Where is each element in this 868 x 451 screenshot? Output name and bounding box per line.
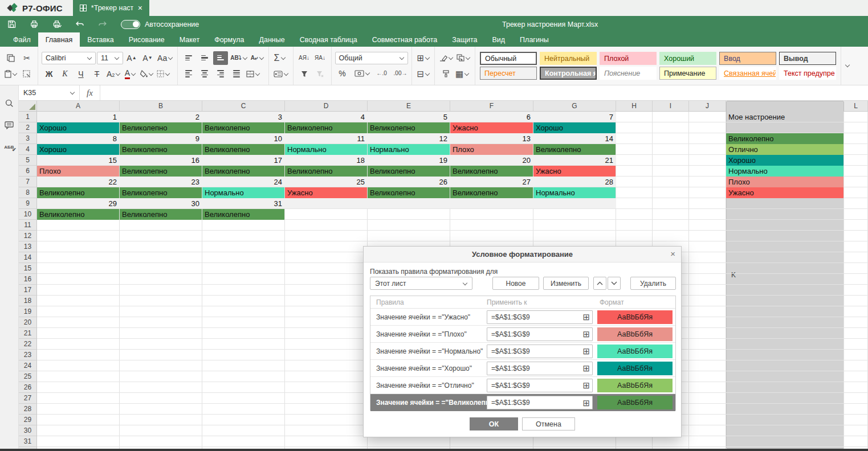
cell-B2[interactable]: Великолепно — [120, 122, 202, 133]
select-range-icon[interactable]: ⊞ — [582, 364, 590, 372]
cell-D6[interactable]: Великолепно — [285, 166, 367, 177]
cell-C10[interactable]: Великолепно — [202, 209, 284, 220]
bold-button[interactable]: Ж — [42, 67, 56, 81]
menu-tab-Формула[interactable]: Формула — [207, 32, 251, 47]
cut-button[interactable]: ✂ — [19, 51, 34, 65]
borders-button[interactable] — [156, 67, 171, 81]
column-header-J[interactable]: J — [689, 101, 726, 112]
menu-tab-Макет[interactable]: Макет — [172, 32, 207, 47]
increment-font-button[interactable]: А▲ — [124, 51, 139, 65]
row-header-2[interactable]: 2 — [19, 122, 37, 133]
select-all-corner[interactable] — [19, 101, 37, 112]
cell-B7[interactable]: 23 — [120, 177, 202, 187]
menu-tab-Совместная работа[interactable]: Совместная работа — [365, 32, 445, 47]
document-tab[interactable]: *Трекер настр... × — [73, 0, 149, 16]
cell-style-Вывод[interactable]: Вывод — [779, 52, 836, 65]
row-header-19[interactable]: 19 — [19, 306, 37, 317]
valign-bottom-button[interactable] — [213, 51, 228, 65]
cell-D5[interactable]: 18 — [285, 155, 367, 166]
cell-A1[interactable]: 1 — [37, 112, 119, 122]
change-case-button[interactable]: Аа — [156, 51, 174, 65]
redo-button[interactable] — [91, 16, 114, 32]
cell-style-Ввод[interactable]: Ввод — [719, 52, 776, 65]
cell-style-Нейтральный[interactable]: Нейтральный — [540, 52, 597, 65]
quick-print-button[interactable] — [46, 16, 68, 32]
column-header-C[interactable]: C — [202, 101, 285, 112]
cell-D3[interactable]: 11 — [285, 133, 367, 144]
cell-G2[interactable]: Хорошо — [533, 122, 616, 133]
autosum-button[interactable]: Σ — [272, 51, 287, 65]
row-header-23[interactable]: 23 — [19, 350, 37, 360]
formula-input[interactable] — [100, 85, 868, 100]
cell-F4[interactable]: Плохо — [450, 144, 533, 155]
cell-E5[interactable]: 19 — [368, 155, 450, 166]
cell-D1[interactable]: 4 — [285, 112, 367, 122]
cell-E2[interactable]: Великолепно — [368, 122, 450, 133]
cell-C5[interactable]: 17 — [202, 155, 284, 166]
cell-C7[interactable]: 24 — [202, 177, 284, 187]
cell-style-Примечание[interactable]: Примечание — [659, 67, 716, 80]
cell-A8[interactable]: Великолепно — [37, 187, 119, 198]
copy-style-button[interactable] — [438, 67, 453, 81]
cell-K5[interactable]: Хорошо — [726, 155, 843, 166]
wrap-text-button[interactable]: А⤶ — [250, 51, 265, 65]
insert-function-button[interactable]: fx — [80, 85, 100, 100]
save-button[interactable] — [0, 16, 23, 32]
cell-A4[interactable]: Хорошо — [37, 144, 119, 155]
cell-style-Пересчет[interactable]: Пересчет — [480, 67, 537, 80]
column-header-D[interactable]: D — [285, 101, 368, 112]
ok-button[interactable]: ОК — [470, 417, 518, 430]
comments-icon[interactable] — [4, 120, 14, 130]
rule-range-input[interactable]: =$A$1:$G$9⊞ — [487, 345, 593, 358]
row-header-13[interactable]: 13 — [19, 241, 37, 252]
italic-button[interactable]: К — [58, 67, 72, 81]
cell-E1[interactable]: 5 — [368, 112, 450, 122]
orientation-button[interactable]: АВ⤵ — [229, 51, 248, 65]
cell-A5[interactable]: 15 — [37, 155, 119, 166]
cell-A6[interactable]: Плохо — [37, 166, 119, 177]
dialog-titlebar[interactable]: Условное форматирование × — [364, 247, 681, 263]
row-header-17[interactable]: 17 — [19, 285, 37, 296]
row-header-28[interactable]: 28 — [19, 404, 37, 415]
select-range-icon[interactable]: ⊞ — [582, 399, 590, 407]
row-header-6[interactable]: 6 — [19, 166, 37, 177]
increase-decimal-button[interactable]: .00→ — [393, 67, 409, 80]
rule-range-input[interactable]: =$A$1:$G$9⊞ — [487, 310, 593, 324]
cell-F1[interactable]: 6 — [450, 112, 533, 122]
cell-G7[interactable]: 28 — [533, 177, 616, 187]
print-button[interactable] — [23, 16, 46, 32]
rule-row-4[interactable]: Значение ячейки = ="Хорошо"=$A$1:$G$9⊞Аа… — [370, 360, 675, 377]
cell-D8[interactable]: Ужасно — [285, 187, 367, 198]
select-range-icon[interactable]: ⊞ — [582, 330, 590, 338]
row-header-30[interactable]: 30 — [19, 425, 37, 436]
row-header-25[interactable]: 25 — [19, 371, 37, 382]
filter-button[interactable] — [297, 67, 312, 81]
cell-K1[interactable]: Мое настроение — [726, 112, 843, 122]
spellcheck-icon[interactable]: АБВ✔ — [4, 142, 14, 153]
cell-C2[interactable]: Великолепно — [202, 122, 284, 133]
select-range-icon[interactable]: ⊞ — [582, 347, 590, 355]
cell-style-Обычный[interactable]: Обычный — [480, 52, 537, 65]
merge-cells-button[interactable] — [245, 67, 261, 81]
cell-D4[interactable]: Нормально — [285, 144, 367, 155]
cell-C1[interactable]: 3 — [202, 112, 284, 122]
undo-button[interactable] — [68, 16, 91, 32]
row-header-1[interactable]: 1 — [19, 112, 37, 122]
cell-D7[interactable]: 25 — [285, 177, 367, 187]
align-right-button[interactable] — [213, 67, 228, 81]
cancel-button[interactable]: Отмена — [522, 417, 575, 430]
search-icon[interactable] — [4, 98, 14, 108]
select-range-icon[interactable]: ⊞ — [582, 313, 590, 321]
rule-range-input[interactable]: =$A$1:$G$9⊞ — [487, 396, 593, 409]
menu-tab-Данные[interactable]: Данные — [252, 32, 292, 47]
move-rule-down-button[interactable] — [608, 277, 621, 290]
cell-E7[interactable]: 26 — [368, 177, 450, 187]
cell-E8[interactable]: Великолепно — [368, 187, 450, 198]
cell-K6[interactable]: Нормально — [726, 166, 843, 177]
accounting-style-button[interactable] — [353, 67, 371, 80]
menu-tab-Главная[interactable]: Главная — [38, 32, 80, 47]
column-header-H[interactable]: H — [616, 101, 653, 112]
new-rule-button[interactable]: Новое — [492, 277, 539, 290]
row-header-11[interactable]: 11 — [19, 220, 37, 231]
cell-E4[interactable]: Нормально — [368, 144, 450, 155]
